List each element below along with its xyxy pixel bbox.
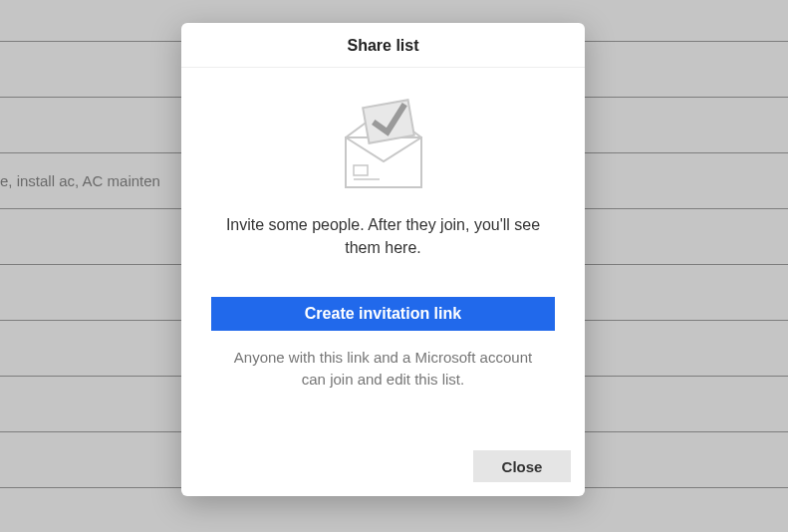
close-button[interactable]: Close bbox=[473, 450, 571, 482]
envelope-check-icon bbox=[324, 96, 443, 195]
dialog-header: Share list bbox=[181, 23, 585, 68]
link-permission-hint: Anyone with this link and a Microsoft ac… bbox=[211, 347, 555, 391]
dialog-body: Invite some people. After they join, you… bbox=[181, 68, 585, 440]
dialog-title: Share list bbox=[181, 37, 585, 55]
dialog-footer: Close bbox=[181, 440, 585, 496]
invite-message: Invite some people. After they join, you… bbox=[211, 213, 555, 259]
create-invitation-link-button[interactable]: Create invitation link bbox=[211, 297, 555, 331]
share-list-dialog: Share list Invite some people. After the… bbox=[181, 23, 585, 496]
